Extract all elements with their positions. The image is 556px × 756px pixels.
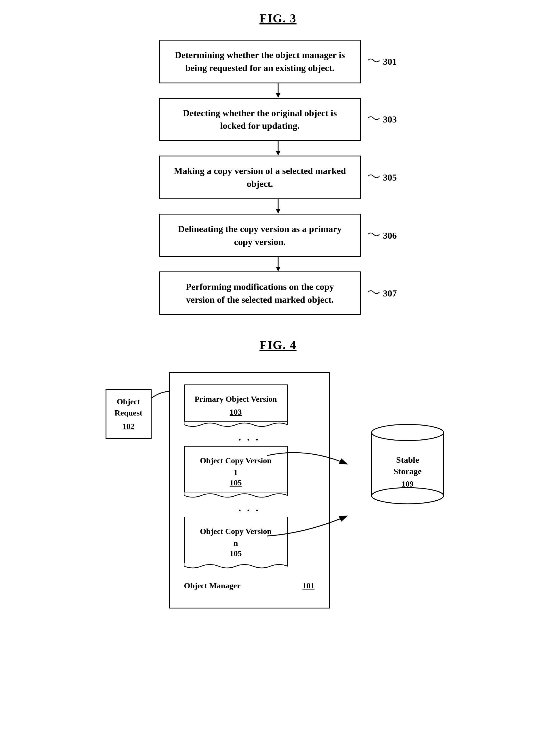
- copy1-box-wave: [184, 492, 288, 499]
- flow-step-307: Performing modifications on the copy ver…: [159, 272, 397, 315]
- svg-marker-5: [276, 209, 280, 214]
- flow-label-303: 303: [367, 114, 397, 125]
- flow-step-303: Detecting whether the original object is…: [159, 98, 397, 142]
- arrow-4: [272, 257, 284, 272]
- primary-object-paper: Primary Object Version 103: [184, 385, 315, 428]
- primary-object-id: 103: [190, 407, 281, 417]
- dots-2: . . .: [184, 502, 315, 514]
- primary-object-label: Primary Object Version: [190, 393, 281, 405]
- arrow-2: [272, 141, 284, 155]
- copy-version-1-paper: Object Copy Version 1 105: [184, 446, 315, 499]
- svg-text:Stable: Stable: [396, 455, 419, 464]
- cylinder-svg: Stable Storage 109: [370, 418, 445, 504]
- copy-version-n-paper: Object Copy Version n 105: [184, 517, 315, 570]
- flow-box-306: Delineating the copy version as a primar…: [159, 214, 361, 257]
- fig3-flowchart: Determining whether the object manager i…: [159, 40, 397, 315]
- arrow-1: [272, 83, 284, 98]
- stable-storage-cylinder: Stable Storage 109: [370, 418, 445, 504]
- flow-box-301: Determining whether the object manager i…: [159, 40, 361, 83]
- object-manager-outer: Primary Object Version 103 . . . Object …: [169, 372, 330, 609]
- flow-label-306: 306: [367, 230, 397, 241]
- fig3-section: FIG. 3 Determining whether the object ma…: [23, 11, 533, 315]
- object-request-box: Object Request 102: [106, 389, 151, 439]
- fig4-title: FIG. 4: [259, 338, 297, 352]
- svg-text:Storage: Storage: [393, 466, 421, 476]
- svg-text:109: 109: [402, 479, 414, 488]
- step-id-305: 305: [383, 172, 397, 183]
- flow-label-305: 305: [367, 172, 397, 183]
- step-id-307: 307: [383, 288, 397, 298]
- object-manager-bottom: Object Manager 101: [184, 581, 315, 590]
- copy-version-n-number: n: [190, 539, 281, 548]
- arrow-3: [272, 199, 284, 214]
- flow-step-301: Determining whether the object manager i…: [159, 40, 397, 83]
- flow-step-306: Delineating the copy version as a primar…: [159, 214, 397, 257]
- object-request-id: 102: [113, 421, 144, 432]
- fig4-wrapper: Object Request 102 Primary Object: [106, 366, 451, 609]
- fig3-title: FIG. 3: [259, 11, 297, 25]
- svg-marker-3: [276, 151, 280, 155]
- object-request-label: Object Request: [113, 396, 144, 419]
- fig4-section: FIG. 4 Object Request 102: [23, 338, 533, 609]
- flow-label-307: 307: [367, 288, 397, 299]
- flow-box-307: Performing modifications on the copy ver…: [159, 272, 361, 315]
- stable-storage-section: Stable Storage 109: [370, 418, 445, 504]
- svg-point-14: [372, 488, 444, 504]
- flow-label-301: 301: [367, 56, 397, 67]
- svg-marker-1: [276, 93, 280, 98]
- svg-marker-7: [276, 267, 280, 272]
- object-manager-id: 101: [303, 581, 315, 590]
- copy-version-1-id: 105: [190, 478, 281, 488]
- copy-version-1-number: 1: [190, 468, 281, 477]
- object-request-section: Object Request 102: [106, 389, 151, 439]
- dots-1: . . .: [184, 431, 315, 443]
- copy-version-1-label: Object Copy Version: [190, 455, 281, 467]
- flow-step-305: Making a copy version of a selected mark…: [159, 155, 397, 199]
- step-id-301: 301: [383, 57, 397, 67]
- copy-version-n-label: Object Copy Version: [190, 526, 281, 537]
- copy-version-n-id: 105: [190, 549, 281, 558]
- primary-box-wave: [184, 421, 288, 428]
- flow-box-303: Detecting whether the original object is…: [159, 98, 361, 142]
- object-manager-label: Object Manager: [184, 581, 241, 590]
- fig4-container: Object Request 102 Primary Object: [106, 372, 451, 609]
- copyn-box-wave: [184, 563, 288, 570]
- flow-box-305: Making a copy version of a selected mark…: [159, 155, 361, 199]
- svg-point-15: [372, 425, 444, 440]
- step-id-306: 306: [383, 230, 397, 241]
- step-id-303: 303: [383, 114, 397, 124]
